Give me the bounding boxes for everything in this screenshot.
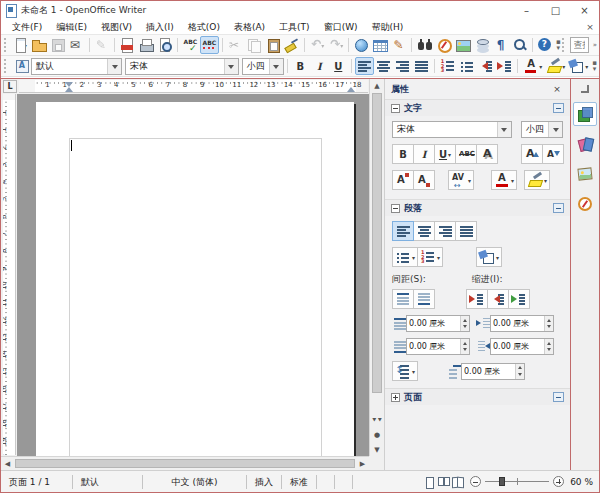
zoom-percentage[interactable]: 60 % [570, 477, 593, 487]
tab-gallery[interactable] [573, 162, 597, 186]
next-page-button[interactable]: ⯆⯆ [370, 414, 384, 428]
menu-help[interactable]: 帮助(H) [365, 19, 411, 35]
bullet-list-button[interactable] [457, 57, 476, 75]
page-preview-button[interactable] [155, 36, 174, 54]
sidebar-increase-indent-button[interactable] [466, 289, 488, 309]
find-toolbar-grip[interactable] [562, 38, 565, 52]
underline-button[interactable]: U [329, 57, 348, 75]
navigation-dot-button[interactable]: ● [370, 428, 384, 442]
numbered-list-button[interactable] [438, 57, 457, 75]
status-language[interactable]: 中文 (简体) [143, 475, 247, 489]
menu-view[interactable]: 视图(V) [94, 19, 139, 35]
insert-table-button[interactable]: ▾ [370, 36, 389, 54]
sidebar-bullet-list-button[interactable]: ▾ [392, 247, 418, 267]
status-insert-mode[interactable]: 插入 [247, 475, 282, 489]
zoom-slider-thumb[interactable] [499, 477, 505, 486]
increase-indent-button[interactable] [495, 57, 514, 75]
horizontal-scroll-thumb[interactable] [15, 459, 355, 468]
sidebar-bold-button[interactable]: B [392, 144, 414, 164]
paragraph-dialog-launcher-icon[interactable] [553, 203, 564, 213]
indent-after-input[interactable] [491, 339, 544, 354]
document-close-icon[interactable]: × [581, 22, 599, 32]
format-paintbrush-button[interactable] [282, 36, 301, 54]
status-modified-flag[interactable] [317, 475, 335, 489]
align-right-button[interactable] [393, 57, 412, 75]
scroll-right-arrow[interactable]: ▶ [356, 457, 369, 470]
document-workspace[interactable] [17, 94, 369, 456]
indent-before-input[interactable] [491, 316, 544, 331]
scroll-left-arrow[interactable]: ◀ [1, 457, 14, 470]
horizontal-scrollbar[interactable]: ◀ ▶ [1, 456, 369, 470]
status-page-number[interactable]: 页面 1 / 1 [1, 475, 73, 489]
highlight-color-button[interactable]: ▾ [544, 57, 567, 75]
left-indent-marker[interactable] [65, 83, 73, 92]
font-dropdown-button[interactable] [224, 59, 238, 74]
toolbar-overflow-button[interactable]: ▪▾ [556, 39, 561, 51]
subscript-button[interactable] [413, 170, 435, 190]
minimize-button[interactable]: – [512, 1, 541, 19]
page-section-header[interactable]: 页面 [385, 388, 570, 405]
find-replace-button[interactable] [415, 36, 434, 54]
zoom-in-button[interactable] [553, 476, 564, 487]
increase-spacing-button[interactable] [392, 289, 414, 309]
status-selection-mode[interactable]: 标准 [282, 475, 317, 489]
page-dialog-launcher-icon[interactable] [553, 392, 564, 402]
font-size-combobox[interactable]: 小四 [242, 58, 284, 75]
zoom-out-button[interactable] [470, 476, 481, 487]
sidebar-decrease-indent-button[interactable] [487, 289, 509, 309]
align-left-button[interactable] [355, 57, 374, 75]
horizontal-ruler[interactable]: 1123456789101112131415161718 [19, 80, 368, 93]
sidebar-font-color-button[interactable]: ▾ [491, 170, 517, 190]
spellcheck-button[interactable] [181, 36, 200, 54]
menu-insert[interactable]: 插入(I) [139, 19, 181, 35]
font-name-combobox[interactable]: 宋体 [125, 58, 239, 75]
edit-file-button[interactable] [92, 36, 111, 54]
align-center-button[interactable] [374, 57, 393, 75]
sidebar-settings-icon[interactable] [576, 82, 594, 96]
cut-button[interactable] [225, 36, 244, 54]
tab-navigator[interactable] [573, 192, 597, 216]
status-page-style[interactable]: 默认 [73, 475, 143, 489]
sidebar-italic-button[interactable]: I [413, 144, 435, 164]
background-color-button[interactable]: ▾ [567, 57, 590, 75]
style-dropdown-button[interactable] [107, 59, 121, 74]
sidebar-close-icon[interactable]: × [550, 84, 564, 94]
new-document-button[interactable]: ▾ [10, 36, 29, 54]
paragraph-background-button[interactable]: ▾ [476, 247, 502, 267]
sidebar-strikethrough-button[interactable] [455, 144, 477, 164]
character-section-header[interactable]: 文字 [385, 99, 570, 116]
right-indent-marker[interactable] [347, 83, 355, 92]
font-color-button[interactable]: ▾ [521, 57, 544, 75]
menu-file[interactable]: 文件(F) [5, 19, 49, 35]
navigator-button[interactable] [434, 36, 453, 54]
menu-tools[interactable]: 工具(T) [272, 19, 317, 35]
styles-panel-button[interactable] [12, 57, 31, 75]
hanging-indent-button[interactable] [508, 289, 530, 309]
save-button[interactable] [48, 36, 67, 54]
italic-button[interactable]: I [310, 57, 329, 75]
collapse-icon[interactable] [391, 204, 400, 213]
superscript-button[interactable] [392, 170, 414, 190]
sidebar-align-left-button[interactable] [392, 221, 414, 241]
sidebar-highlight-button[interactable]: ▾ [524, 170, 550, 190]
formatbar-grip[interactable] [4, 59, 9, 73]
copy-button[interactable] [244, 36, 263, 54]
sidebar-font-name-combobox[interactable]: 宋体 [392, 121, 512, 138]
book-view-button[interactable] [452, 476, 462, 488]
undo-button[interactable]: ▾ [307, 36, 326, 54]
spacing-below-input[interactable] [407, 339, 460, 354]
vertical-scroll-thumb[interactable] [372, 93, 382, 393]
tab-styles[interactable] [573, 132, 597, 156]
sidebar-font-size-combobox[interactable]: 小四 [521, 121, 563, 138]
paste-button[interactable]: ▾ [263, 36, 282, 54]
export-pdf-button[interactable] [117, 36, 136, 54]
single-page-view-button[interactable] [424, 476, 434, 488]
decrease-spacing-button[interactable] [413, 289, 435, 309]
expand-icon[interactable] [391, 393, 400, 402]
sidebar-shadow-button[interactable] [476, 144, 498, 164]
scroll-down-arrow[interactable]: ▼ [370, 443, 384, 456]
show-draw-functions-button[interactable] [389, 36, 408, 54]
formatbar-overflow-button[interactable]: ▪▾ [592, 60, 597, 72]
vertical-ruler[interactable]: 11234567891011121314151617181920 [3, 94, 16, 455]
collapse-icon[interactable] [391, 104, 400, 113]
